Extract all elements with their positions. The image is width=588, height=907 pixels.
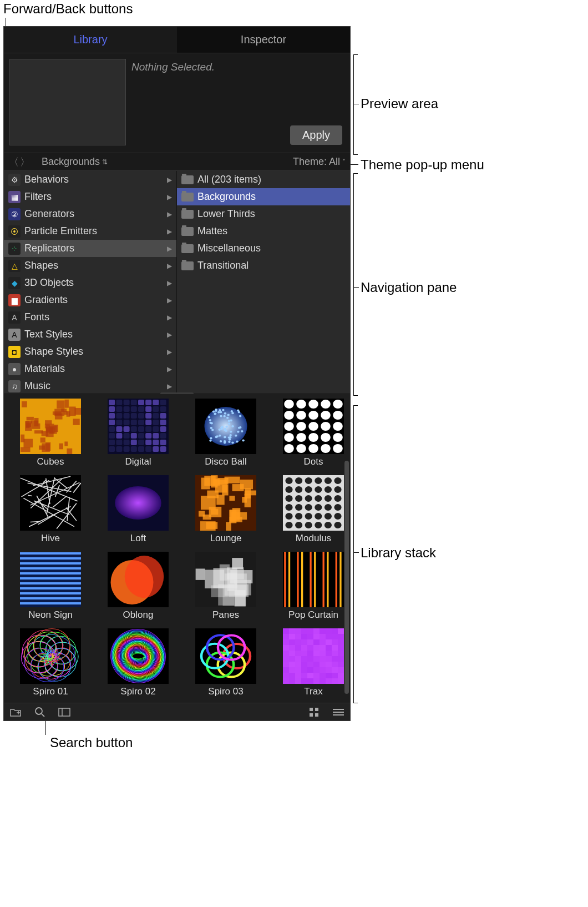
svg-rect-407 <box>289 628 295 634</box>
svg-rect-252 <box>230 510 240 521</box>
category-item[interactable]: △Shapes▶ <box>4 257 176 274</box>
svg-rect-76 <box>124 426 130 432</box>
svg-rect-335 <box>339 552 341 607</box>
svg-point-283 <box>334 513 341 520</box>
svg-rect-460 <box>307 656 313 662</box>
library-item[interactable]: Modulus <box>275 475 350 544</box>
sidebar-toggle-button[interactable] <box>58 706 70 718</box>
folder-icon <box>181 193 194 201</box>
library-item[interactable]: Spiro 01 <box>12 628 89 697</box>
svg-rect-81 <box>160 426 166 432</box>
subfolder-item[interactable]: Lower Thirds <box>177 205 350 223</box>
svg-rect-94 <box>138 440 144 445</box>
new-folder-button[interactable] <box>9 706 22 718</box>
svg-rect-46 <box>138 400 144 405</box>
svg-rect-511 <box>315 708 318 711</box>
svg-rect-318 <box>196 568 205 580</box>
category-label: Fonts <box>24 311 49 323</box>
svg-rect-89 <box>160 433 166 439</box>
library-item[interactable]: Oblong <box>99 552 177 621</box>
category-item[interactable]: ②Generators▶ <box>4 205 176 223</box>
category-item[interactable]: AText Styles▶ <box>4 326 176 343</box>
search-button[interactable] <box>34 706 46 718</box>
apply-button[interactable]: Apply <box>290 125 342 145</box>
item-label: Panes <box>187 609 265 621</box>
svg-rect-502 <box>320 678 326 684</box>
svg-point-146 <box>221 426 223 428</box>
svg-point-138 <box>236 440 238 442</box>
library-item[interactable]: Loft <box>99 475 177 544</box>
subfolder-label: Transitional <box>197 260 249 271</box>
category-item[interactable]: ▆Gradients▶ <box>4 291 176 309</box>
library-item[interactable]: Hive <box>12 475 89 544</box>
category-item[interactable]: ●Materials▶ <box>4 360 176 377</box>
svg-rect-415 <box>338 628 344 634</box>
library-item[interactable]: Neon Sign <box>12 552 89 621</box>
library-item[interactable]: Spiro 02 <box>99 628 177 697</box>
category-item[interactable]: ▦Filters▶ <box>4 188 176 205</box>
callout-stack: Library stack <box>361 545 436 561</box>
svg-point-167 <box>225 426 227 428</box>
item-label: Hive <box>12 533 89 544</box>
tab-library[interactable]: Library <box>4 27 177 53</box>
svg-point-289 <box>334 522 341 528</box>
icon-view-button[interactable] <box>308 706 320 718</box>
svg-point-221 <box>115 486 161 520</box>
category-item[interactable]: ◆3D Objects▶ <box>4 274 176 291</box>
scrollbar-thumb[interactable] <box>344 461 349 694</box>
subfolder-item[interactable]: Mattes <box>177 223 350 240</box>
svg-rect-54 <box>138 406 144 412</box>
back-button[interactable]: 〈 <box>8 155 19 169</box>
svg-rect-36 <box>27 417 34 421</box>
category-item[interactable]: ◘Shape Styles▶ <box>4 343 176 360</box>
forward-button[interactable]: 〉 <box>19 155 31 169</box>
theme-popup[interactable]: Theme: All ˅ <box>293 156 346 168</box>
subfolder-item[interactable]: Miscellaneous <box>177 240 350 257</box>
library-item[interactable]: Spiro 03 <box>187 628 265 697</box>
svg-rect-470 <box>307 662 313 667</box>
svg-rect-445 <box>338 645 344 651</box>
svg-point-265 <box>334 486 341 493</box>
subfolder-item[interactable]: All (203 items) <box>177 171 350 188</box>
subfolder-item[interactable]: Backgrounds <box>177 188 350 205</box>
svg-rect-53 <box>131 406 137 412</box>
item-thumbnail <box>20 628 81 684</box>
svg-point-266 <box>285 495 292 502</box>
svg-point-258 <box>325 477 332 484</box>
svg-rect-473 <box>326 662 332 667</box>
svg-point-157 <box>225 430 227 432</box>
svg-point-259 <box>334 477 341 484</box>
svg-point-286 <box>305 522 312 528</box>
svg-point-181 <box>308 422 318 431</box>
category-item[interactable]: ⁘Replicators▶ <box>4 240 176 257</box>
svg-rect-411 <box>313 628 320 634</box>
category-item[interactable]: AFonts▶ <box>4 309 176 326</box>
path-popup[interactable]: Backgrounds ⇅ <box>42 156 108 168</box>
library-item[interactable]: Cubes <box>12 399 89 467</box>
svg-point-147 <box>210 437 212 439</box>
svg-rect-52 <box>124 406 130 412</box>
list-view-button[interactable] <box>332 706 344 718</box>
category-item[interactable]: ⚙Behaviors▶ <box>4 171 176 188</box>
library-item[interactable]: Disco Ball <box>187 399 265 467</box>
category-icon: ♫ <box>8 380 21 392</box>
svg-point-162 <box>217 411 220 414</box>
svg-point-118 <box>231 441 234 444</box>
category-item[interactable]: ⦿Particle Emitters▶ <box>4 223 176 240</box>
disclosure-arrow-icon: ▶ <box>167 365 172 373</box>
svg-rect-326 <box>301 552 303 607</box>
svg-rect-454 <box>332 651 338 656</box>
library-item[interactable]: Lounge <box>187 475 265 544</box>
svg-point-110 <box>224 412 226 415</box>
library-item[interactable]: Panes <box>187 552 265 621</box>
subfolder-item[interactable]: Transitional <box>177 257 350 274</box>
library-item[interactable]: Pop Curtain <box>275 552 350 621</box>
disclosure-arrow-icon: ▶ <box>167 193 172 201</box>
library-item[interactable]: Dots <box>275 399 350 467</box>
category-item[interactable]: ♫Music▶ <box>4 377 176 394</box>
svg-rect-4 <box>59 444 63 450</box>
library-item[interactable]: Digital <box>99 399 177 467</box>
library-item[interactable]: Trax <box>275 628 350 697</box>
svg-rect-92 <box>124 440 130 445</box>
tab-inspector[interactable]: Inspector <box>177 27 350 53</box>
